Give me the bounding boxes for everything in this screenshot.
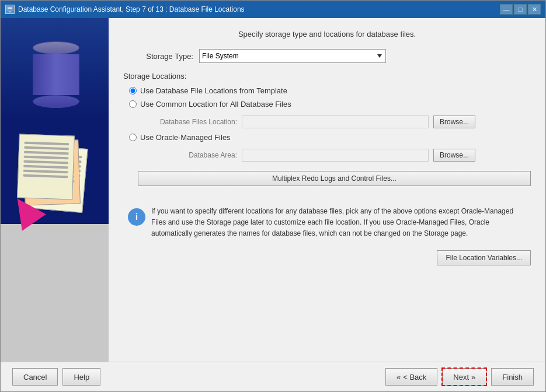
db-area-row: Database Area: Browse... [144,149,531,162]
common-location-subform: Database Files Location: Browse... [144,116,531,128]
next-arrow-icon: » [471,373,475,382]
oracle-managed-subform: Database Area: Browse... [144,149,531,162]
radio-oracle-managed-label[interactable]: Use Oracle-Managed Files [140,133,231,142]
back-label: < Back [403,373,426,382]
svg-rect-2 [8,8,12,9]
instruction-text: Specify storage type and locations for d… [123,30,531,38]
radio-template[interactable] [129,87,137,94]
window-controls: — □ ✕ [500,4,541,15]
main-window: Database Configuration Assistant, Step 7… [0,0,546,392]
back-arrow-icon: « [397,373,401,382]
storage-locations-row: Storage Locations: [123,69,531,80]
bottom-right-buttons: « < Back Next » Finish [385,368,534,386]
cancel-button[interactable]: Cancel [12,368,58,386]
content-area: Specify storage type and locations for d… [1,18,545,362]
cylinder-graphic [33,41,79,94]
title-bar-left: Database Configuration Assistant, Step 7… [5,5,245,14]
radio-row-3: Use Oracle-Managed Files [129,133,531,142]
minimize-button[interactable]: — [500,4,513,15]
title-bar: Database Configuration Assistant, Step 7… [1,1,545,18]
db-files-location-input[interactable] [242,116,429,128]
help-button[interactable]: Help [62,368,100,386]
app-icon [5,5,15,14]
radio-row-2: Use Common Location for All Database Fil… [129,100,531,108]
db-files-location-label: Database Files Location: [144,118,237,126]
db-files-location-row: Database Files Location: Browse... [144,116,531,128]
storage-locations-label: Storage Locations: [123,72,186,80]
storage-type-label: Storage Type: [123,52,193,61]
svg-marker-3 [8,11,12,13]
right-panel: Specify storage type and locations for d… [109,18,545,362]
browse-button-1[interactable]: Browse... [433,116,475,128]
svg-rect-1 [8,7,12,8]
storage-type-select[interactable]: File System ASM Raw Devices [199,49,386,63]
doc-3 [17,134,75,200]
radio-row-1: Use Database File Locations from Templat… [129,86,531,95]
multiplex-button[interactable]: Multiplex Redo Logs and Control Files... [138,171,531,186]
next-button[interactable]: Next » [442,368,486,386]
left-panel [1,18,109,362]
db-area-label: Database Area: [144,151,237,159]
file-location-variables-button[interactable]: File Location Variables... [437,250,531,265]
window-title: Database Configuration Assistant, Step 7… [18,5,245,13]
next-label: Next [453,373,469,382]
info-icon: i [128,208,145,226]
radio-common[interactable] [129,100,137,108]
info-text: If you want to specify different locatio… [151,206,526,240]
panel-art [1,18,109,362]
radio-group: Use Database File Locations from Templat… [129,86,531,162]
browse-button-2[interactable]: Browse... [433,149,475,162]
storage-type-row: Storage Type: File System ASM Raw Device… [123,49,531,63]
close-button[interactable]: ✕ [528,4,541,15]
maximize-button[interactable]: □ [514,4,527,15]
info-box: i If you want to specify different locat… [123,201,531,244]
radio-template-label[interactable]: Use Database File Locations from Templat… [140,86,287,95]
file-location-row: File Location Variables... [123,250,531,270]
radio-oracle-managed[interactable] [129,134,137,141]
back-button[interactable]: « < Back [385,368,437,386]
finish-button[interactable]: Finish [491,368,534,386]
bottom-bar: Cancel Help « < Back Next » Finish [1,362,545,391]
form-section: Storage Type: File System ASM Raw Device… [123,49,531,353]
bottom-left-buttons: Cancel Help [12,368,100,386]
radio-common-label[interactable]: Use Common Location for All Database Fil… [140,100,291,108]
db-area-input[interactable] [242,149,429,162]
